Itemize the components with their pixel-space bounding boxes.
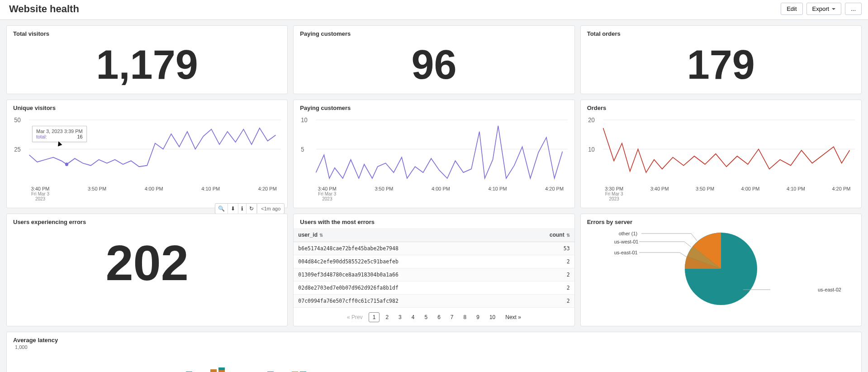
pager-page[interactable]: 6 [433,312,445,322]
panel-title: Errors by server [587,219,855,225]
panel-title: Paying customers [300,105,568,111]
error-users-table: user_id⇅ count⇅ b6e5174a248cae72bfe45bab… [294,228,574,308]
pie-label-useast2: us-east-02 [818,287,841,292]
pager-page[interactable]: 2 [381,312,393,322]
tooltip-series-label: total: [36,134,47,139]
dashboard-grid: Total visitors 1,179 Paying customers 96… [0,20,868,372]
y-tick: 1,000 [15,344,28,350]
x-tick: 4:10 PM [484,186,511,201]
x-tick: 4:20 PM [828,186,855,201]
panel-errors-by-server: Errors by server other (1) us-west-01 us… [580,214,862,326]
cell-count: 2 [515,255,574,268]
export-label: Export [812,5,830,12]
edit-button[interactable]: Edit [781,3,802,15]
col-user-id[interactable]: user_id⇅ [294,228,515,242]
x-tick-sub: Fri Mar 3 [601,191,628,196]
cell-user-id: 07c0994fa76e507cff0c61c715afc982 [294,295,515,308]
x-tick: 4:10 PM [782,186,809,201]
x-tick-sub: 2023 [27,196,54,201]
table-row[interactable]: 07c0994fa76e507cff0c61c715afc9822 [294,295,574,308]
latency-bar-chart[interactable]: 1,000 [13,346,855,372]
pie-label-uswest: us-west-01 [614,239,639,244]
pager-page[interactable]: 10 [485,312,499,322]
panel-title: Users with the most errors [294,219,574,225]
pager-page[interactable]: 7 [446,312,458,322]
pager-page[interactable]: 9 [472,312,484,322]
chart-area[interactable]: 50 25 Mar 3, 2023 3:39 PM total: 16 [13,114,281,184]
cell-count: 2 [515,295,574,308]
table-row[interactable]: 004d84c2efe90dd585522e5c91baefeb2 [294,255,574,268]
panel-title: Total orders [587,30,855,37]
x-tick: 3:50 PM [692,186,719,201]
more-button[interactable]: ... [845,3,862,15]
x-tick: 4:20 PM [254,186,281,201]
svg-point-2 [65,162,68,166]
info-icon[interactable]: ℹ [238,204,247,214]
x-tick-sub: 2023 [313,196,341,201]
col-count[interactable]: count⇅ [515,228,574,242]
dashboard-header: Website health Edit Export ... [0,0,868,20]
cell-user-id: 01309ef3d48780ce8aa918304b0a1a66 [294,268,515,281]
x-tick: 3:50 PM [370,186,398,201]
panel-orders-chart: Orders 20 10 3:30 PM Fri Mar 3 2023 3:40… [580,100,862,208]
x-tick: 3:40 PM [313,186,341,191]
panel-users-most-errors: Users with the most errors user_id⇅ coun… [293,214,574,326]
y-tick: 10 [301,117,308,124]
x-tick: 3:50 PM [84,186,111,201]
x-tick: 3:40 PM [27,186,54,191]
panel-title: Total visitors [13,30,281,37]
table-row[interactable]: 01309ef3d48780ce8aa918304b0a1a662 [294,268,574,281]
y-tick: 10 [588,146,595,153]
search-icon[interactable]: 🔍 [215,204,228,214]
pager-page[interactable]: 4 [408,312,419,322]
panel-paying-customers-stat: Paying customers 96 [293,25,574,94]
sort-icon: ⇅ [319,233,323,238]
x-tick: 4:10 PM [197,186,224,201]
download-icon[interactable]: ⬇ [228,204,238,214]
panel-total-visitors: Total visitors 1,179 [6,25,288,94]
pie-chart[interactable]: other (1) us-west-01 us-east-01 us-east-… [587,228,855,310]
chart-area[interactable]: 20 10 [587,114,855,184]
panel-paying-customers-chart: Paying customers 10 5 3:40 PM Fri Mar 3 … [293,100,574,208]
table-row[interactable]: 02d8e2703ed7e0b07d962d926fa8b1df2 [294,281,574,295]
stat-value: 96 [300,40,568,87]
y-tick: 50 [14,117,21,124]
x-axis: 3:40 PM Fri Mar 3 2023 3:50 PM 4:00 PM 4… [300,184,568,201]
x-tick: 4:00 PM [737,186,764,201]
x-tick: 4:20 PM [541,186,568,201]
bar [218,367,225,372]
x-tick: 3:30 PM [601,186,628,191]
y-tick: 25 [14,146,20,153]
sort-icon: ⇅ [566,233,570,238]
x-axis: 3:40 PM Fri Mar 3 2023 3:50 PM 4:00 PM 4… [13,184,281,201]
pagination: « Prev12345678910Next » [294,308,574,323]
pager-page[interactable]: 5 [420,312,432,322]
chart-tooltip: Mar 3, 2023 3:39 PM total: 16 [32,126,87,142]
pager-next[interactable]: Next » [501,312,525,322]
x-tick: 3:40 PM [646,186,673,201]
y-tick: 20 [588,117,595,124]
x-tick-sub: Fri Mar 3 [313,191,341,196]
pie-label-useast1: us-east-01 [614,250,638,255]
refresh-icon[interactable]: ↻ [247,204,257,214]
stat-value: 179 [587,40,855,87]
pager-page[interactable]: 3 [394,312,406,322]
panel-title: Users experiencing errors [13,219,281,225]
bar [210,369,217,372]
pager-page[interactable]: 1 [369,312,380,322]
table-row[interactable]: b6e5174a248cae72bfe45babe2be794853 [294,242,574,255]
cell-user-id: b6e5174a248cae72bfe45babe2be7948 [294,242,515,255]
x-tick-sub: Fri Mar 3 [27,191,54,196]
chart-area[interactable]: 10 5 [300,114,568,184]
panel-users-errors: Users experiencing errors 202 [6,214,288,326]
pager-prev[interactable]: « Prev [343,312,367,322]
tooltip-timestamp: Mar 3, 2023 3:39 PM [36,129,83,134]
cell-count: 53 [515,242,574,255]
cell-user-id: 02d8e2703ed7e0b07d962d926fa8b1df [294,281,515,295]
refresh-age: <1m ago [257,204,284,213]
pie-label-other: other (1) [619,231,638,236]
pager-page[interactable]: 8 [460,312,471,322]
panel-title: Average latency [13,337,855,343]
export-button[interactable]: Export [806,3,842,15]
x-tick-sub: 2023 [601,196,628,201]
